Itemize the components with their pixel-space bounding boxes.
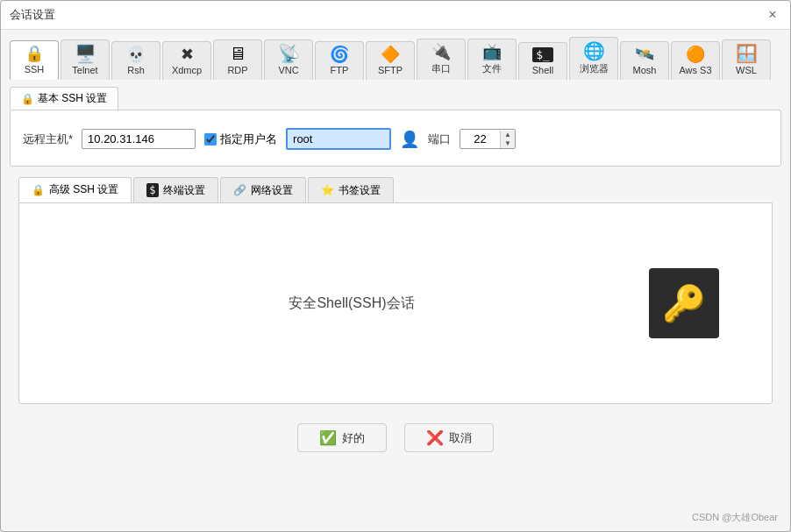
shell-icon: $_ <box>532 47 553 62</box>
port-spinner: ▲ ▼ <box>460 129 516 149</box>
dialog-title: 会话设置 <box>10 7 55 23</box>
shell-label: Shell <box>532 65 553 75</box>
user-icon: 👤 <box>400 130 419 149</box>
network-tab-label: 网络设置 <box>251 183 293 198</box>
tab-files[interactable]: 📺 文件 <box>467 39 517 80</box>
ssh-label: SSH <box>25 64 45 74</box>
tab-awss3[interactable]: 🟠 Aws S3 <box>671 41 720 80</box>
tab-advanced-ssh[interactable]: 🔒 高级 SSH 设置 <box>18 177 132 202</box>
footer: ✅ 好的 ❌ 取消 <box>1 413 790 463</box>
tab-shell[interactable]: $_ Shell <box>518 42 567 80</box>
awss3-icon: 🟠 <box>686 46 705 62</box>
files-icon: 📺 <box>482 44 502 60</box>
key-icon: 🔑 <box>662 283 706 324</box>
rdp-label: RDP <box>227 65 247 75</box>
basic-ssh-tab-label: 基本 SSH 设置 <box>38 91 107 106</box>
ssh-icon: 🔒 <box>25 46 44 61</box>
port-increment-button[interactable]: ▲ <box>501 131 515 139</box>
tab-serial[interactable]: 🔌 串口 <box>417 39 466 80</box>
rsh-label: Rsh <box>127 65 145 75</box>
title-bar: 会话设置 × <box>1 1 790 30</box>
telnet-icon: 🖥️ <box>75 45 96 62</box>
session-settings-dialog: 会话设置 × 🔒 SSH 🖥️ Telnet 💀 Rsh ✖ Xdmcp 🖥 R… <box>0 0 791 532</box>
tab-bookmark-settings[interactable]: ⭐ 书签设置 <box>308 177 394 202</box>
terminal-tab-icon: $ <box>146 183 158 197</box>
basic-ssh-section: 🔒 基本 SSH 设置 远程主机* 指定用户名 👤 端口 <box>10 87 781 167</box>
ok-button[interactable]: ✅ 好的 <box>297 423 387 452</box>
files-label: 文件 <box>482 62 502 75</box>
rsh-icon: 💀 <box>126 46 146 62</box>
wsl-label: WSL <box>736 65 757 75</box>
specify-username-checkbox-label[interactable]: 指定用户名 <box>204 131 277 147</box>
ok-label: 好的 <box>342 430 365 446</box>
wsl-icon: 🪟 <box>736 45 758 62</box>
basic-ssh-tab-icon: 🔒 <box>21 93 34 105</box>
close-button[interactable]: × <box>764 6 781 24</box>
protocol-tabs-row: 🔒 SSH 🖥️ Telnet 💀 Rsh ✖ Xdmcp 🖥 RDP 📡 VN… <box>1 30 790 80</box>
advanced-ssh-tab-label: 高级 SSH 设置 <box>49 182 118 197</box>
lower-tabs-row: 🔒 高级 SSH 设置 $ 终端设置 🔗 网络设置 ⭐ 书签设置 <box>18 177 773 202</box>
remote-host-label: 远程主机* <box>23 131 73 147</box>
cancel-icon: ❌ <box>426 429 444 446</box>
key-icon-box: 🔑 <box>649 268 719 338</box>
port-decrement-button[interactable]: ▼ <box>501 139 515 148</box>
xdmcp-icon: ✖ <box>181 46 194 62</box>
tab-rsh[interactable]: 💀 Rsh <box>111 41 160 80</box>
basic-ssh-tab[interactable]: 🔒 基本 SSH 设置 <box>10 87 118 110</box>
cancel-button[interactable]: ❌ 取消 <box>404 423 494 452</box>
port-input[interactable] <box>460 130 500 148</box>
tab-network-settings[interactable]: 🔗 网络设置 <box>220 177 306 202</box>
specify-username-label: 指定用户名 <box>220 131 277 147</box>
ftp-icon: 🌀 <box>330 46 349 62</box>
sftp-icon: 🔶 <box>381 46 400 62</box>
lower-section: 🔒 高级 SSH 设置 $ 终端设置 🔗 网络设置 ⭐ 书签设置 <box>18 177 773 404</box>
serial-label: 串口 <box>431 62 451 75</box>
awss3-label: Aws S3 <box>679 65 711 75</box>
bookmark-tab-label: 书签设置 <box>338 183 381 198</box>
rdp-icon: 🖥 <box>229 45 246 62</box>
tab-wsl[interactable]: 🪟 WSL <box>722 39 771 80</box>
terminal-tab-label: 终端设置 <box>163 183 205 198</box>
browser-label: 浏览器 <box>580 62 609 75</box>
serial-icon: 🔌 <box>431 44 451 60</box>
xdmcp-label: Xdmcp <box>172 65 202 75</box>
vnc-label: VNC <box>278 65 298 75</box>
tab-browser[interactable]: 🌐 浏览器 <box>569 37 618 80</box>
watermark: CSDN @大雄Obear <box>692 511 778 524</box>
lower-content-inner: 安全Shell(SSH)会话 🔑 <box>19 251 772 356</box>
port-spinner-buttons: ▲ ▼ <box>500 131 515 148</box>
remote-host-input[interactable] <box>82 129 196 149</box>
tab-ssh[interactable]: 🔒 SSH <box>10 40 59 80</box>
port-label: 端口 <box>428 131 451 147</box>
tab-ftp[interactable]: 🌀 FTP <box>315 41 364 80</box>
tab-rdp[interactable]: 🖥 RDP <box>213 39 262 80</box>
vnc-icon: 📡 <box>278 45 300 62</box>
basic-ssh-form: 远程主机* 指定用户名 👤 端口 ▲ ▼ <box>10 110 781 167</box>
cancel-label: 取消 <box>449 430 472 446</box>
advanced-ssh-tab-icon: 🔒 <box>32 184 45 196</box>
specify-username-checkbox[interactable] <box>204 133 217 145</box>
browser-icon: 🌐 <box>583 42 605 60</box>
lower-content-area: 安全Shell(SSH)会话 🔑 <box>18 202 773 404</box>
mosh-label: Mosh <box>633 65 657 75</box>
lower-center-text: 安全Shell(SSH)会话 <box>54 294 649 313</box>
network-tab-icon: 🔗 <box>233 184 246 196</box>
username-input[interactable] <box>286 128 391 150</box>
bookmark-tab-icon: ⭐ <box>321 184 334 196</box>
tab-telnet[interactable]: 🖥️ Telnet <box>61 39 110 80</box>
tab-vnc[interactable]: 📡 VNC <box>264 39 313 80</box>
tab-sftp[interactable]: 🔶 SFTP <box>366 41 415 80</box>
ftp-label: FTP <box>331 65 349 75</box>
ok-icon: ✅ <box>319 429 337 446</box>
tab-mosh[interactable]: 🛰️ Mosh <box>620 41 669 80</box>
mosh-icon: 🛰️ <box>635 46 654 62</box>
telnet-label: Telnet <box>72 65 97 75</box>
tab-terminal-settings[interactable]: $ 终端设置 <box>133 177 217 202</box>
tab-xdmcp[interactable]: ✖ Xdmcp <box>162 41 211 80</box>
sftp-label: SFTP <box>378 65 403 75</box>
